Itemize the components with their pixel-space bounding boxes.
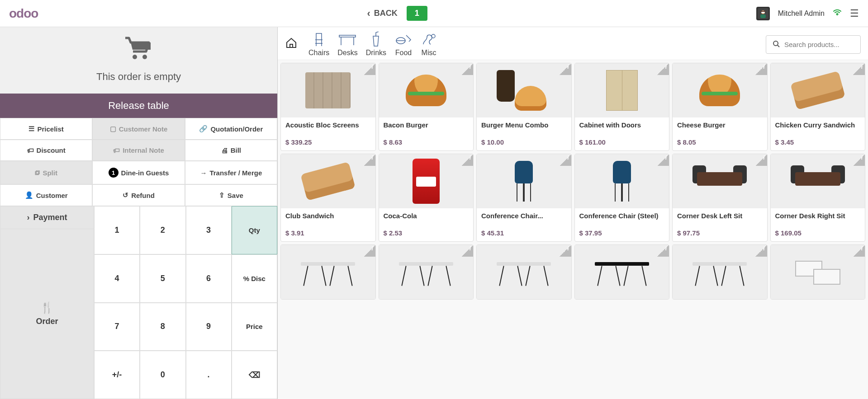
key-6[interactable]: 6	[186, 254, 232, 303]
product-card[interactable]: Cheese Burger$ 8.05	[672, 63, 768, 151]
info-icon[interactable]	[560, 154, 571, 166]
info-icon[interactable]	[657, 154, 669, 166]
tag-icon: 🏷	[27, 146, 34, 154]
info-icon[interactable]	[364, 154, 375, 166]
key-9[interactable]: 9	[186, 303, 232, 351]
key-qty[interactable]: Qty	[232, 206, 277, 254]
split-button[interactable]: ⧉Split	[0, 161, 92, 184]
info-icon[interactable]	[853, 154, 865, 166]
info-icon[interactable]	[755, 245, 767, 257]
guests-button[interactable]: 1Dine-in Guests	[92, 161, 185, 184]
info-icon[interactable]	[755, 154, 767, 166]
bill-button[interactable]: 🖨Bill	[185, 140, 277, 161]
save-button[interactable]: ⇪Save	[185, 184, 277, 206]
product-image	[477, 154, 571, 208]
product-card[interactable]: Burger Menu Combo$ 10.00	[476, 63, 572, 151]
key-sign[interactable]: +/-	[94, 351, 140, 399]
wifi-icon	[833, 9, 842, 18]
product-card[interactable]: Corner Desk Left Sit$ 97.75	[672, 154, 768, 242]
key-0[interactable]: 0	[140, 351, 185, 399]
product-name: Bacon Burger	[379, 117, 474, 138]
search-box[interactable]	[766, 35, 861, 54]
info-icon[interactable]	[461, 154, 473, 166]
key-8[interactable]: 8	[140, 303, 185, 351]
category-drinks[interactable]: Drinks	[366, 32, 386, 57]
key-price[interactable]: Price	[232, 303, 277, 351]
category-label: Food	[395, 49, 412, 57]
product-card[interactable]: Corner Desk Right Sit$ 169.05	[770, 154, 866, 242]
products-grid: Acoustic Bloc Screens$ 339.25Bacon Burge…	[278, 60, 868, 399]
info-icon[interactable]	[755, 63, 767, 75]
order-button[interactable]: 🍴Order	[0, 229, 94, 399]
category-misc[interactable]: Misc	[421, 32, 437, 57]
info-icon[interactable]	[657, 245, 669, 257]
product-card[interactable]: Club Sandwich$ 3.91	[280, 154, 376, 242]
svg-point-5	[133, 55, 137, 59]
username[interactable]: Mitchell Admin	[778, 9, 825, 18]
info-icon[interactable]	[461, 63, 473, 75]
search-input[interactable]	[784, 41, 854, 48]
category-chairs[interactable]: Chairs	[308, 32, 329, 57]
info-icon[interactable]	[853, 63, 865, 75]
category-label: Misc	[422, 49, 436, 57]
key-disc[interactable]: % Disc	[232, 254, 277, 303]
product-price: $ 3.45	[771, 138, 865, 150]
product-card[interactable]	[379, 244, 474, 300]
key-3[interactable]: 3	[186, 206, 232, 254]
key-7[interactable]: 7	[94, 303, 140, 351]
category-food[interactable]: Food	[394, 32, 413, 57]
drink-icon	[370, 32, 382, 48]
table-badge[interactable]: 1	[407, 6, 427, 21]
pricelist-button[interactable]: ☰Pricelist	[0, 118, 92, 140]
svg-rect-2	[760, 14, 766, 18]
product-card[interactable]: Cabinet with Doors$ 161.00	[574, 63, 670, 151]
product-card[interactable]	[770, 244, 866, 300]
split-icon: ⧉	[35, 169, 40, 177]
product-image	[575, 63, 669, 117]
internal-note-button[interactable]: 🏷Internal Note	[92, 140, 185, 161]
info-icon[interactable]	[461, 245, 473, 257]
key-5[interactable]: 5	[140, 254, 185, 303]
info-icon[interactable]	[560, 63, 571, 75]
product-image	[281, 63, 375, 117]
key-2[interactable]: 2	[140, 206, 185, 254]
transfer-button[interactable]: →Transfer / Merge	[185, 161, 277, 184]
category-row: Chairs Desks Drinks Food Misc	[278, 27, 868, 60]
product-price: $ 169.05	[771, 229, 865, 241]
product-card[interactable]: Chicken Curry Sandwich$ 3.45	[770, 63, 866, 151]
product-card[interactable]	[476, 244, 572, 300]
avatar[interactable]	[756, 7, 770, 20]
topbar: odoo ‹ BACK 1 Mitchell Admin ☰	[0, 0, 868, 27]
product-card[interactable]: Bacon Burger$ 8.63	[379, 63, 474, 151]
home-icon[interactable]	[285, 37, 298, 52]
order-panel: This order is empty Release table ☰Price…	[0, 27, 278, 399]
info-icon[interactable]	[657, 63, 669, 75]
key-1[interactable]: 1	[94, 206, 140, 254]
product-card[interactable]: Coca-Cola$ 2.53	[379, 154, 474, 242]
key-4[interactable]: 4	[94, 254, 140, 303]
product-card[interactable]: Acoustic Bloc Screens$ 339.25	[280, 63, 376, 151]
product-card[interactable]	[672, 244, 768, 300]
refund-button[interactable]: ↺Refund	[92, 184, 185, 206]
customer-note-button[interactable]: ▢Customer Note	[92, 118, 185, 140]
key-dot[interactable]: .	[186, 351, 232, 399]
customer-button[interactable]: 👤Customer	[0, 184, 92, 206]
product-card[interactable]	[574, 244, 670, 300]
release-table-button[interactable]: Release table	[0, 94, 277, 118]
product-name: Coca-Cola	[379, 208, 474, 229]
info-icon[interactable]	[853, 245, 865, 257]
payment-button[interactable]: ›Payment	[0, 206, 94, 229]
info-icon[interactable]	[364, 245, 375, 257]
key-backspace[interactable]: ⌫	[232, 351, 277, 399]
product-card[interactable]	[280, 244, 376, 300]
hamburger-icon[interactable]: ☰	[850, 8, 859, 19]
back-button[interactable]: ‹ BACK	[367, 8, 397, 19]
info-icon[interactable]	[560, 245, 571, 257]
quotation-button[interactable]: 🔗Quotation/Order	[185, 118, 277, 140]
product-card[interactable]: Conference Chair (Steel)$ 37.95	[574, 154, 670, 242]
product-image	[673, 63, 767, 117]
category-desks[interactable]: Desks	[337, 32, 357, 57]
info-icon[interactable]	[364, 63, 375, 75]
product-card[interactable]: Conference Chair...$ 45.31	[476, 154, 572, 242]
discount-button[interactable]: 🏷Discount	[0, 140, 92, 161]
